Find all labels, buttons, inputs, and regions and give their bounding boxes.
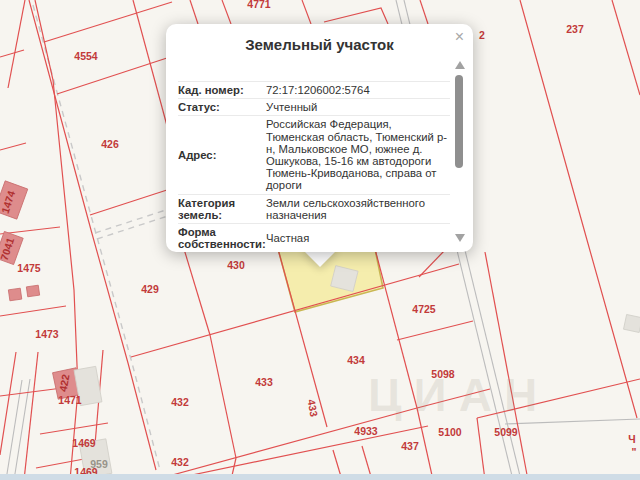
parcel-number-label: 5100 (438, 426, 461, 438)
parcel-number-label: 426 (101, 138, 119, 150)
popup-title: Земельный участок (166, 36, 473, 53)
scroll-down-icon[interactable] (455, 234, 465, 242)
parcel-number-label: 4771 (247, 0, 270, 10)
parcel-number-label: 1473 (35, 328, 58, 340)
parcel-number-label: 432 (171, 456, 189, 468)
field-value: 72:17:1206002:5764 (266, 84, 450, 96)
info-row-land-category: Категория земель: Земли сельскохозяйстве… (178, 194, 450, 223)
popup-scrollbar[interactable] (454, 61, 464, 242)
field-value: Частная (266, 232, 450, 244)
info-row-status: Статус: Учтенный (178, 98, 450, 115)
info-row-cad-number: Кад. номер: 72:17:1206002:5764 (178, 81, 450, 98)
parcel-info-popup: Земельный участок × Кад. номер: 72:17:12… (166, 24, 473, 252)
parcel-number-label: 429 (141, 283, 159, 295)
field-value: Российская Федерация, Тюменская область,… (266, 118, 450, 191)
parcel-number-label: 2 (479, 29, 485, 41)
close-icon[interactable]: × (455, 29, 464, 45)
parcel-number-label: 4554 (74, 50, 97, 62)
parcel-number-label: 430 (227, 259, 245, 271)
info-row-address: Адрес: Российская Федерация, Тюменская о… (178, 115, 450, 193)
parcel-number-label: Ч (628, 433, 635, 445)
field-label: Кад. номер: (178, 84, 266, 96)
info-row-ownership: Форма собственности: Частная (178, 223, 450, 252)
parcel-number-label: 434 (347, 354, 365, 366)
parcel-number-label: 237 (566, 23, 584, 35)
selected-parcel[interactable] (278, 249, 383, 312)
scroll-thumb[interactable] (455, 75, 463, 168)
field-label: Статус: (178, 101, 266, 113)
parcel-number-label: 433 (255, 376, 273, 388)
field-value: Земли сельскохозяйственного назначения (266, 197, 450, 221)
field-label: Адрес: (178, 149, 266, 161)
field-value: Учтенный (266, 101, 450, 113)
parcel-number-label: 1469 (72, 437, 95, 449)
parcel-number-label: 432 (171, 396, 189, 408)
parcel-number-label: 1475 (17, 262, 40, 274)
parcel-number-label: 5098 (431, 368, 454, 380)
scroll-up-icon[interactable] (455, 61, 465, 69)
bottom-edge-bar (0, 474, 640, 480)
parcel-number-label: " (632, 446, 637, 458)
parcel-number-label: 437 (401, 440, 419, 452)
cadastral-map-app: ЦИАН 47714554426237281475429430472514734… (0, 0, 640, 480)
site-watermark: ЦИАН (368, 368, 588, 422)
parcel-number-label: 1471 (58, 394, 81, 406)
parcel-number-label: 4725 (412, 303, 435, 315)
popup-body: Кад. номер: 72:17:1206002:5764 Статус: У… (178, 81, 450, 252)
field-label: Форма собственности: (178, 226, 266, 250)
parcel-number-label: 5099 (494, 426, 517, 438)
parcel-number-label: 4933 (354, 425, 377, 437)
field-label: Категория земель: (178, 197, 266, 221)
